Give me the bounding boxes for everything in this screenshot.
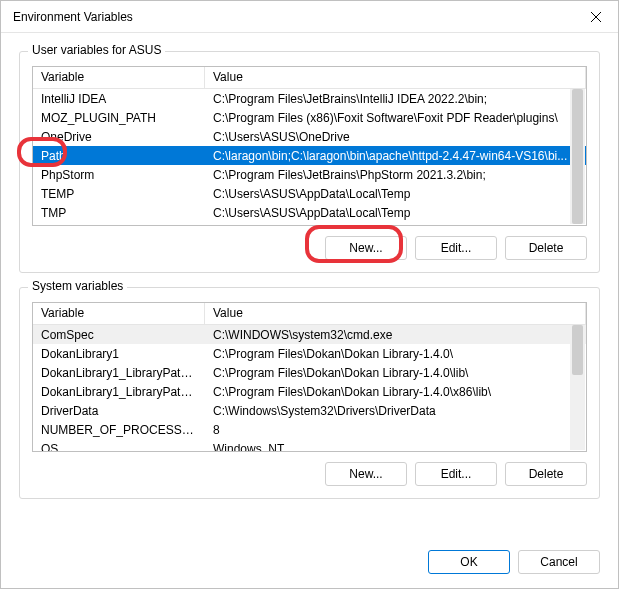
- table-row[interactable]: DokanLibrary1_LibraryPath_...C:\Program …: [33, 363, 586, 382]
- column-header-value[interactable]: Value: [205, 67, 586, 88]
- system-variables-label: System variables: [28, 279, 127, 293]
- cell-variable: ComSpec: [33, 327, 205, 343]
- environment-variables-dialog: Environment Variables User variables for…: [0, 0, 619, 589]
- scrollbar[interactable]: [570, 89, 585, 224]
- cell-value: C:\Users\ASUS\AppData\Local\Temp: [205, 205, 586, 221]
- system-new-button[interactable]: New...: [325, 462, 407, 486]
- ok-button[interactable]: OK: [428, 550, 510, 574]
- titlebar: Environment Variables: [1, 1, 618, 33]
- table-row[interactable]: DriverDataC:\Windows\System32\Drivers\Dr…: [33, 401, 586, 420]
- cell-variable: DokanLibrary1: [33, 346, 205, 362]
- dialog-buttons-row: OK Cancel: [1, 544, 618, 588]
- table-header: Variable Value: [33, 67, 586, 89]
- cell-value: C:\Program Files\Dokan\Dokan Library-1.4…: [205, 365, 586, 381]
- table-header: Variable Value: [33, 303, 586, 325]
- system-variables-group: System variables Variable Value ComSpecC…: [19, 287, 600, 499]
- cell-variable: DokanLibrary1_LibraryPath_...: [33, 384, 205, 400]
- user-edit-button[interactable]: Edit...: [415, 236, 497, 260]
- dialog-content: User variables for ASUS Variable Value I…: [1, 33, 618, 544]
- close-button[interactable]: [573, 2, 618, 32]
- system-variables-table[interactable]: Variable Value ComSpecC:\WINDOWS\system3…: [32, 302, 587, 452]
- scrollbar[interactable]: [570, 325, 585, 450]
- cell-value: C:\laragon\bin;C:\laragon\bin\apache\htt…: [205, 148, 586, 164]
- cell-value: C:\Program Files\Dokan\Dokan Library-1.4…: [205, 384, 586, 400]
- user-variables-group: User variables for ASUS Variable Value I…: [19, 51, 600, 273]
- user-variables-body: IntelliJ IDEAC:\Program Files\JetBrains\…: [33, 89, 586, 225]
- column-header-variable[interactable]: Variable: [33, 67, 205, 88]
- table-row[interactable]: TMPC:\Users\ASUS\AppData\Local\Temp: [33, 203, 586, 222]
- user-delete-button[interactable]: Delete: [505, 236, 587, 260]
- cell-variable: OneDrive: [33, 129, 205, 145]
- cell-value: C:\Program Files (x86)\Foxit Software\Fo…: [205, 110, 586, 126]
- table-row[interactable]: ComSpecC:\WINDOWS\system32\cmd.exe: [33, 325, 586, 344]
- user-variables-label: User variables for ASUS: [28, 43, 165, 57]
- cell-value: C:\Program Files\Dokan\Dokan Library-1.4…: [205, 346, 586, 362]
- cell-value: 8: [205, 422, 586, 438]
- system-edit-button[interactable]: Edit...: [415, 462, 497, 486]
- table-row[interactable]: OneDriveC:\Users\ASUS\OneDrive: [33, 127, 586, 146]
- user-new-button[interactable]: New...: [325, 236, 407, 260]
- column-header-variable[interactable]: Variable: [33, 303, 205, 324]
- cell-value: C:\Users\ASUS\AppData\Local\Temp: [205, 186, 586, 202]
- cell-value: Windows_NT: [205, 441, 586, 452]
- cell-variable: Path: [33, 148, 205, 164]
- table-row[interactable]: DokanLibrary1C:\Program Files\Dokan\Doka…: [33, 344, 586, 363]
- table-row[interactable]: OSWindows_NT: [33, 439, 586, 451]
- system-delete-button[interactable]: Delete: [505, 462, 587, 486]
- scrollbar-thumb[interactable]: [572, 325, 583, 375]
- cell-value: C:\Program Files\JetBrains\IntelliJ IDEA…: [205, 91, 586, 107]
- cell-variable: DriverData: [33, 403, 205, 419]
- table-row[interactable]: NUMBER_OF_PROCESSORS8: [33, 420, 586, 439]
- cell-value: C:\Windows\System32\Drivers\DriverData: [205, 403, 586, 419]
- close-icon: [591, 12, 601, 22]
- user-variables-table[interactable]: Variable Value IntelliJ IDEAC:\Program F…: [32, 66, 587, 226]
- window-title: Environment Variables: [13, 10, 573, 24]
- cell-variable: IntelliJ IDEA: [33, 91, 205, 107]
- user-buttons-row: New... Edit... Delete: [32, 236, 587, 260]
- table-row[interactable]: MOZ_PLUGIN_PATHC:\Program Files (x86)\Fo…: [33, 108, 586, 127]
- table-row[interactable]: PhpStormC:\Program Files\JetBrains\PhpSt…: [33, 165, 586, 184]
- table-row[interactable]: IntelliJ IDEAC:\Program Files\JetBrains\…: [33, 89, 586, 108]
- cell-value: C:\WINDOWS\system32\cmd.exe: [205, 327, 586, 343]
- cell-variable: OS: [33, 441, 205, 452]
- column-header-value[interactable]: Value: [205, 303, 586, 324]
- cell-value: C:\Users\ASUS\OneDrive: [205, 129, 586, 145]
- table-row[interactable]: PathC:\laragon\bin;C:\laragon\bin\apache…: [33, 146, 586, 165]
- cell-variable: MOZ_PLUGIN_PATH: [33, 110, 205, 126]
- scrollbar-thumb[interactable]: [572, 89, 583, 224]
- cell-variable: TMP: [33, 205, 205, 221]
- cancel-button[interactable]: Cancel: [518, 550, 600, 574]
- system-buttons-row: New... Edit... Delete: [32, 462, 587, 486]
- table-row[interactable]: DokanLibrary1_LibraryPath_...C:\Program …: [33, 382, 586, 401]
- system-variables-body: ComSpecC:\WINDOWS\system32\cmd.exeDokanL…: [33, 325, 586, 451]
- table-row[interactable]: TEMPC:\Users\ASUS\AppData\Local\Temp: [33, 184, 586, 203]
- cell-variable: PhpStorm: [33, 167, 205, 183]
- cell-variable: DokanLibrary1_LibraryPath_...: [33, 365, 205, 381]
- cell-variable: NUMBER_OF_PROCESSORS: [33, 422, 205, 438]
- cell-variable: TEMP: [33, 186, 205, 202]
- cell-value: C:\Program Files\JetBrains\PhpStorm 2021…: [205, 167, 586, 183]
